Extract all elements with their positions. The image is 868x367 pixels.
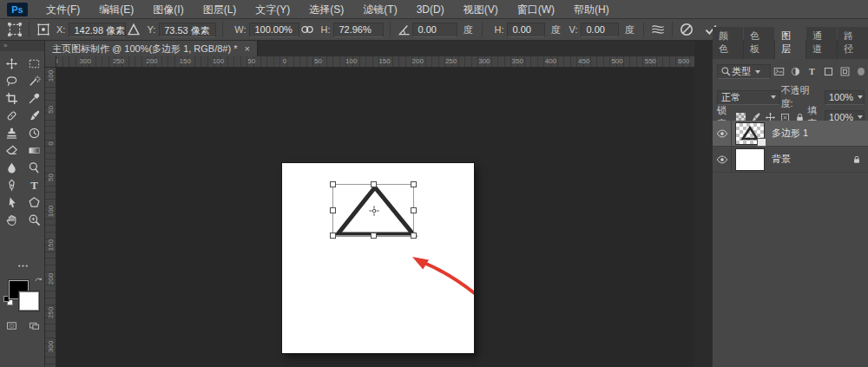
width-scale-field[interactable]: 100.00% [249,23,299,37]
layer-visibility-eye-icon[interactable] [713,121,732,147]
swap-colors-icon[interactable] [34,275,43,285]
rectangular-marquee-icon[interactable] [23,55,45,72]
color-swatches [7,277,42,315]
move-icon[interactable] [0,55,23,72]
pixel-layer-filter-icon[interactable] [771,64,787,79]
eraser-icon[interactable] [0,141,23,159]
x-position-field[interactable]: 142.98 像素 [69,23,126,37]
maintain-aspect-ratio-icon[interactable] [299,22,315,37]
shape-icon[interactable] [23,193,45,211]
shape-layer-filter-icon[interactable] [820,64,837,79]
document-title: 主页图标制作 @ 100%(多边形 1, RGB/8#) * [52,43,238,56]
svg-text:T: T [30,180,38,192]
layer-row[interactable]: 背景 [713,147,868,173]
separator [29,22,30,37]
vruler-label: 300 [47,338,55,356]
document-tab[interactable]: 主页图标制作 @ 100%(多边形 1, RGB/8#) * × [45,41,258,56]
path-selection-icon[interactable] [0,193,23,211]
menu-item-9[interactable]: 视图(V) [454,0,508,19]
edit-mode-buttons [0,320,45,331]
pasteboard[interactable] [56,68,694,367]
background-color-swatch[interactable] [19,292,39,311]
relative-position-delta-icon[interactable] [126,22,141,37]
layer-visibility-eye-icon[interactable] [713,147,732,173]
panel-tab-颜色[interactable]: 颜色 [713,27,743,59]
transform-bounding-box[interactable] [332,184,414,236]
menu-item-8[interactable]: 3D(D) [407,0,454,19]
hand-icon[interactable] [0,211,23,228]
adjustment-layer-filter-icon[interactable] [787,64,804,79]
type-layer-filter-icon[interactable]: T [804,64,820,79]
menu-item-5[interactable]: 文字(Y) [246,0,299,19]
layer-name[interactable]: 多边形 1 [772,127,808,140]
menu-item-1[interactable]: 文件(F) [36,0,89,19]
reference-point-locator-icon[interactable] [36,22,51,37]
layers-list: 多边形 1背景 [713,121,868,173]
warp-mode-icon[interactable] [650,22,666,37]
layer-thumbnail[interactable] [735,148,765,171]
rotation-field[interactable]: 0.00 [412,23,457,37]
layer-row[interactable]: 多边形 1 [713,121,868,147]
transform-reference-point-icon[interactable] [368,205,380,217]
transform-handle-se[interactable] [411,233,417,239]
v-skew-field[interactable]: 0.00 [581,23,619,37]
canvas[interactable] [282,163,474,353]
filter-icon-group: T [771,64,853,79]
panel-tab-色板[interactable]: 色板 [744,27,774,59]
zoom-icon[interactable] [23,211,45,228]
menu-item-10[interactable]: 窗口(W) [508,0,564,19]
spot-healing-brush-icon[interactable] [0,107,23,124]
panel-tab-图层[interactable]: 图层 [775,27,806,59]
menu-item-11[interactable]: 帮助(H) [564,0,619,19]
hruler-label: 150 [180,57,191,65]
horizontal-ruler[interactable]: 3503002502001501005005010015020025030035… [56,56,694,68]
transform-handle-nw[interactable] [330,181,336,187]
clone-stamp-icon[interactable] [0,124,23,141]
quick-mask-icon[interactable] [5,320,18,331]
gradient-icon[interactable] [23,141,45,159]
brush-icon[interactable] [23,107,45,124]
panel-tab-路径[interactable]: 路径 [838,27,868,59]
transform-handle-e[interactable] [411,207,417,213]
history-brush-icon[interactable] [23,124,45,141]
blend-mode-dropdown[interactable]: 正常 [717,90,780,105]
transform-handle-n[interactable] [371,181,377,187]
cancel-transform-icon[interactable] [679,22,694,37]
panel-tab-通道[interactable]: 通道 [806,27,837,59]
height-scale-field[interactable]: 72.96% [333,23,384,37]
transform-handle-s[interactable] [371,233,377,239]
blur-icon[interactable] [0,159,23,176]
opacity-field[interactable]: 100% [825,90,865,105]
close-document-icon[interactable]: × [245,43,250,54]
filter-kind-dropdown[interactable]: 类型 [717,64,771,79]
h-skew-field[interactable]: 0.00 [507,23,545,37]
menu-item-6[interactable]: 选择(S) [299,0,353,19]
smart-object-filter-icon[interactable] [837,64,853,79]
pen-icon[interactable] [0,176,23,193]
vertical-ruler[interactable]: 10050050100150200250300 [45,68,56,367]
magic-wand-icon[interactable] [23,72,45,89]
separator [222,22,223,37]
more-tools-button[interactable] [0,259,45,272]
transform-handle-sw[interactable] [330,233,336,239]
screen-mode-icon[interactable] [28,320,41,331]
dodge-icon[interactable] [23,159,45,176]
crop-icon[interactable] [0,89,23,107]
photoshop-window: Ps 文件(F)编辑(E)图像(I)图层(L)文字(Y)选择(S)滤镜(T)3D… [0,0,868,367]
ruler-origin-corner[interactable] [45,56,56,68]
y-position-field[interactable]: 73.53 像素 [159,23,216,37]
layer-thumbnail[interactable] [735,122,765,145]
eyedropper-icon[interactable] [23,89,45,107]
vruler-label: 100 [47,203,55,220]
transform-handle-ne[interactable] [411,181,417,187]
menu-item-3[interactable]: 图像(I) [143,0,193,19]
layer-name[interactable]: 背景 [772,153,791,166]
tool-panel-collapse[interactable]: » [0,41,44,51]
menu-item-2[interactable]: 编辑(E) [89,0,143,19]
menu-item-4[interactable]: 图层(L) [194,0,247,19]
filtering-toggle[interactable] [858,68,865,75]
lasso-icon[interactable] [0,72,23,89]
menu-item-7[interactable]: 滤镜(T) [353,0,406,19]
transform-handle-w[interactable] [330,207,336,213]
type-icon[interactable]: T [23,176,45,193]
